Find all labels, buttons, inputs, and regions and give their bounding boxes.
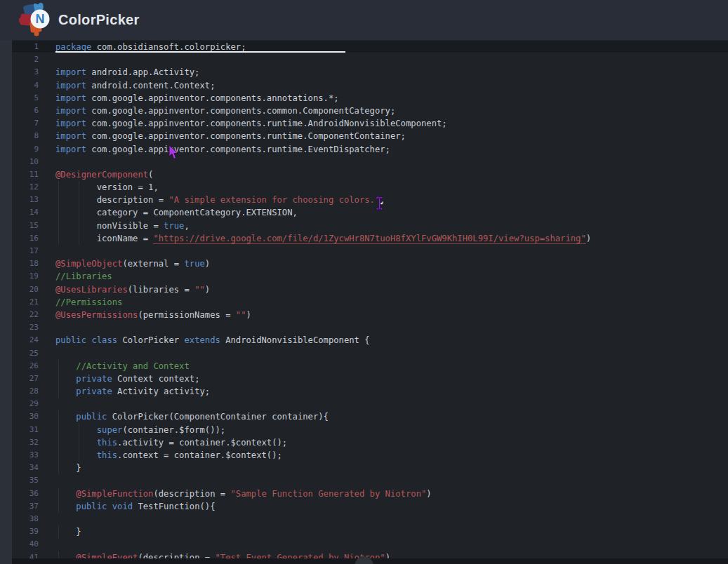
- code-line[interactable]: 20@UsesLibraries(libraries = ""): [12, 283, 728, 296]
- indent-guide: [79, 206, 79, 219]
- code-text: //Permissions: [55, 296, 122, 309]
- code-line[interactable]: 39 }: [12, 525, 728, 538]
- line-number: 39: [12, 525, 39, 538]
- line-number: 30: [12, 410, 39, 423]
- code-line[interactable]: 25: [12, 347, 728, 360]
- line-number: 23: [12, 321, 39, 334]
- indent-guide: [79, 436, 79, 449]
- code-line[interactable]: 9import com.google.appinventor.component…: [12, 143, 728, 156]
- code-text: super(container.$form());: [55, 424, 225, 436]
- page-title: ColorPicker: [58, 12, 140, 28]
- code-line[interactable]: 10: [12, 156, 728, 168]
- code-text: import com.google.appinventor.components…: [55, 92, 339, 105]
- code-text: package com.obsidiansoft.colorpicker;: [55, 41, 246, 53]
- code-line[interactable]: 22@UsesPermissions(permissionNames = ""): [12, 309, 728, 321]
- code-line[interactable]: 40: [12, 538, 728, 551]
- code-line[interactable]: 16 iconName = "https://drive.google.com/…: [12, 232, 728, 245]
- code-text: }: [55, 462, 81, 474]
- indent-guide: [58, 232, 59, 245]
- code-line[interactable]: 1package com.obsidiansoft.colorpicker;: [12, 41, 728, 53]
- code-text: @UsesLibraries(libraries = ""): [55, 283, 210, 296]
- line-number: 37: [12, 500, 39, 513]
- code-line[interactable]: 3import android.app.Activity;: [12, 66, 728, 79]
- niotron-logo-icon[interactable]: N: [19, 3, 54, 38]
- line-number: 36: [12, 488, 39, 500]
- code-line[interactable]: 13 description = "A simple extension for…: [12, 194, 728, 206]
- code-line[interactable]: 33 this.context = container.$context();: [12, 449, 728, 462]
- code-line[interactable]: 23: [12, 321, 728, 334]
- line-number: 2: [12, 53, 39, 66]
- line-number: 13: [12, 194, 39, 206]
- line-number: 25: [12, 347, 39, 360]
- code-line[interactable]: 36 @SimpleFunction(description = "Sample…: [12, 488, 728, 500]
- line-number: 4: [12, 79, 39, 92]
- code-text: import android.app.Activity;: [55, 66, 199, 79]
- mouse-arrow-cursor: [168, 145, 180, 163]
- code-line[interactable]: 12 version = 1,: [12, 181, 728, 194]
- code-line[interactable]: 19//Libraries: [12, 270, 728, 283]
- line-number: 20: [12, 283, 39, 296]
- code-line[interactable]: 26 //Activity and Context: [12, 360, 728, 372]
- line-number: 15: [12, 220, 39, 232]
- indent-guide: [58, 181, 59, 194]
- line-number: 40: [12, 538, 39, 551]
- code-text: @UsesPermissions(permissionNames = ""): [55, 309, 251, 321]
- code-line[interactable]: 5import com.google.appinventor.component…: [12, 92, 728, 105]
- code-line[interactable]: 38: [12, 513, 728, 525]
- code-line[interactable]: 8import com.google.appinventor.component…: [12, 130, 728, 142]
- code-text: this.activity = container.$context();: [55, 436, 287, 449]
- code-line[interactable]: 29: [12, 398, 728, 410]
- code-text: import android.content.Context;: [55, 79, 215, 92]
- code-line[interactable]: 34 }: [12, 462, 728, 474]
- code-text: public ColorPicker(ComponentContainer co…: [55, 410, 329, 423]
- code-text: @SimpleObject(external = true): [55, 257, 210, 270]
- code-text: private Activity activity;: [55, 385, 210, 398]
- indent-guide: [58, 525, 59, 538]
- code-line[interactable]: 35: [12, 474, 728, 487]
- indent-guide: [79, 220, 79, 232]
- indent-guide: [58, 385, 59, 398]
- code-line[interactable]: 6import com.google.appinventor.component…: [12, 105, 728, 117]
- indent-guide: [58, 449, 59, 462]
- line-number: 14: [12, 206, 39, 219]
- code-line[interactable]: 11@DesignerComponent(: [12, 168, 728, 181]
- indent-guide: [58, 436, 59, 449]
- code-line[interactable]: 21//Permissions: [12, 296, 728, 309]
- code-line[interactable]: 14 category = ComponentCategory.EXTENSIO…: [12, 206, 728, 219]
- code-text: category = ComponentCategory.EXTENSION,: [55, 206, 298, 219]
- code-text: @SimpleFunction(description = "Sample Fu…: [55, 488, 432, 500]
- indent-guide: [79, 232, 79, 245]
- line-number: 8: [12, 130, 39, 142]
- code-editor[interactable]: 1package com.obsidiansoft.colorpicker;23…: [12, 40, 728, 564]
- code-line[interactable]: 7import com.google.appinventor.component…: [12, 117, 728, 130]
- code-line[interactable]: 28 private Activity activity;: [12, 385, 728, 398]
- code-text: import com.google.appinventor.components…: [55, 143, 390, 156]
- code-line[interactable]: 18@SimpleObject(external = true): [12, 257, 728, 270]
- code-line[interactable]: 31 super(container.$form());: [12, 424, 728, 436]
- line-number: 16: [12, 232, 39, 245]
- code-line[interactable]: 17: [12, 245, 728, 257]
- code-line[interactable]: 2: [12, 53, 728, 66]
- line-number: 7: [12, 117, 39, 130]
- code-line[interactable]: 24public class ColorPicker extends Andro…: [12, 334, 728, 347]
- indent-guide: [79, 424, 79, 436]
- code-line[interactable]: 15 nonVisible = true,: [12, 220, 728, 232]
- code-text: public void TestFunction(){: [55, 500, 216, 513]
- line-number: 21: [12, 296, 39, 309]
- header: N ColorPicker: [0, 0, 728, 40]
- indent-guide: [58, 372, 59, 385]
- code-line[interactable]: 4import android.content.Context;: [12, 79, 728, 92]
- code-text: import com.google.appinventor.components…: [55, 117, 447, 130]
- code-lines: 1package com.obsidiansoft.colorpicker;23…: [12, 41, 728, 564]
- code-text: @DesignerComponent(: [55, 168, 153, 181]
- line-number: 24: [12, 334, 39, 347]
- code-line[interactable]: 32 this.activity = container.$context();: [12, 436, 728, 449]
- left-rail: [0, 40, 12, 564]
- line-number: 9: [12, 143, 39, 156]
- code-line[interactable]: 27 private Context context;: [12, 372, 728, 385]
- code-line[interactable]: 30 public ColorPicker(ComponentContainer…: [12, 410, 728, 423]
- code-text: description = "A simple extension for ch…: [55, 194, 385, 206]
- code-line[interactable]: 37 public void TestFunction(){: [12, 500, 728, 513]
- line-number: 6: [12, 105, 39, 117]
- code-text: this.context = container.$context();: [55, 449, 282, 462]
